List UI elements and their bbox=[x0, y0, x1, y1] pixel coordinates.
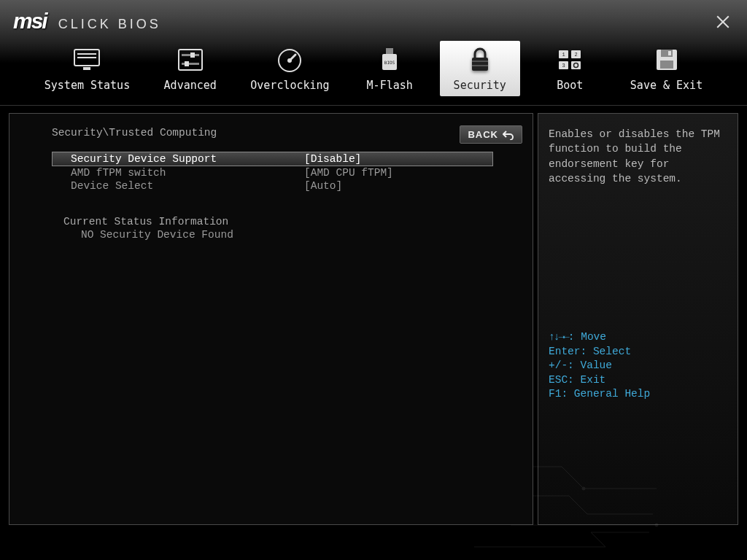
back-button[interactable]: BACK bbox=[460, 125, 522, 144]
tab-overclocking[interactable]: Overclocking bbox=[240, 41, 339, 96]
header: msi CLICK BIOS System Status Advanced Ov… bbox=[0, 0, 747, 106]
status-heading: Current Status Information bbox=[63, 216, 522, 228]
tab-label: System Status bbox=[44, 79, 130, 92]
tab-save-exit[interactable]: Save & Exit bbox=[620, 41, 713, 96]
svg-text:1: 1 bbox=[562, 52, 565, 58]
setting-label: AMD fTPM switch bbox=[71, 167, 304, 179]
svg-rect-10 bbox=[190, 52, 195, 58]
floppy-icon bbox=[652, 47, 681, 73]
svg-rect-19 bbox=[472, 61, 488, 62]
key-hints: ↑↓→←: Move Enter: Select +/-: Value ESC:… bbox=[549, 330, 727, 402]
svg-rect-12 bbox=[185, 61, 189, 66]
tab-mflash[interactable]: BIOS M-Flash bbox=[349, 41, 430, 96]
svg-rect-32 bbox=[660, 61, 673, 69]
setting-value: [Auto] bbox=[304, 180, 342, 192]
svg-rect-6 bbox=[77, 57, 96, 58]
svg-rect-18 bbox=[472, 58, 488, 71]
back-label: BACK bbox=[468, 129, 498, 140]
hint-enter: Enter: Select bbox=[549, 345, 727, 359]
svg-rect-27 bbox=[571, 61, 581, 69]
tab-security[interactable]: Security bbox=[440, 41, 520, 96]
svg-text:3: 3 bbox=[562, 63, 565, 69]
gauge-icon bbox=[275, 47, 304, 73]
arrows-icon: ↑↓→← bbox=[549, 331, 568, 343]
status-text: NO Security Device Found bbox=[81, 229, 522, 241]
svg-rect-7 bbox=[83, 67, 90, 70]
tab-label: M-Flash bbox=[367, 79, 413, 92]
svg-text:2: 2 bbox=[575, 52, 578, 58]
close-button[interactable] bbox=[715, 13, 731, 29]
logo: msi CLICK BIOS bbox=[13, 9, 161, 34]
monitor-icon bbox=[72, 47, 101, 73]
svg-rect-11 bbox=[182, 63, 199, 65]
svg-rect-5 bbox=[77, 53, 96, 55]
setting-amd-ftpm-switch[interactable]: AMD fTPM switch [AMD CPU fTPM] bbox=[52, 166, 522, 179]
tab-boot[interactable]: 123 Boot bbox=[530, 41, 610, 96]
setting-value: [AMD CPU fTPM] bbox=[304, 167, 393, 179]
tab-label: Overclocking bbox=[250, 79, 329, 92]
setting-label: Device Select bbox=[71, 180, 304, 192]
hint-esc: ESC: Exit bbox=[549, 373, 727, 388]
breadcrumb: Security\Trusted Computing bbox=[52, 127, 522, 139]
bios-title: CLICK BIOS bbox=[58, 17, 161, 32]
svg-rect-20 bbox=[472, 65, 488, 66]
nav-tabs: System Status Advanced Overclocking BIOS… bbox=[0, 41, 747, 105]
hint-f1: F1: General Help bbox=[549, 387, 727, 402]
svg-rect-15 bbox=[386, 48, 393, 54]
setting-device-select[interactable]: Device Select [Auto] bbox=[52, 179, 522, 192]
sliders-icon bbox=[176, 47, 205, 73]
usb-icon: BIOS bbox=[375, 47, 404, 73]
tab-label: Save & Exit bbox=[630, 79, 703, 92]
help-text: Enables or disables the TPM function to … bbox=[549, 127, 727, 330]
svg-point-14 bbox=[287, 58, 292, 63]
undo-icon bbox=[503, 130, 514, 140]
setting-label: Security Device Support bbox=[71, 153, 304, 165]
boot-icon: 123 bbox=[555, 47, 584, 73]
svg-rect-31 bbox=[668, 51, 671, 55]
tab-label: Advanced bbox=[164, 79, 217, 92]
hint-value: +/-: Value bbox=[549, 359, 727, 373]
lock-icon bbox=[465, 47, 495, 73]
setting-value: [Disable] bbox=[304, 153, 361, 165]
hint-move: : Move bbox=[568, 331, 606, 343]
svg-text:BIOS: BIOS bbox=[384, 60, 395, 65]
brand-logo: msi bbox=[13, 9, 47, 34]
setting-security-device-support[interactable]: Security Device Support [Disable] bbox=[52, 152, 493, 166]
tab-system-status[interactable]: System Status bbox=[34, 41, 140, 96]
main-panel: Security\Trusted Computing BACK Security… bbox=[9, 113, 533, 525]
tab-advanced[interactable]: Advanced bbox=[150, 41, 231, 96]
tab-label: Boot bbox=[557, 79, 583, 92]
tab-label: Security bbox=[454, 79, 506, 92]
help-panel: Enables or disables the TPM function to … bbox=[538, 113, 738, 525]
